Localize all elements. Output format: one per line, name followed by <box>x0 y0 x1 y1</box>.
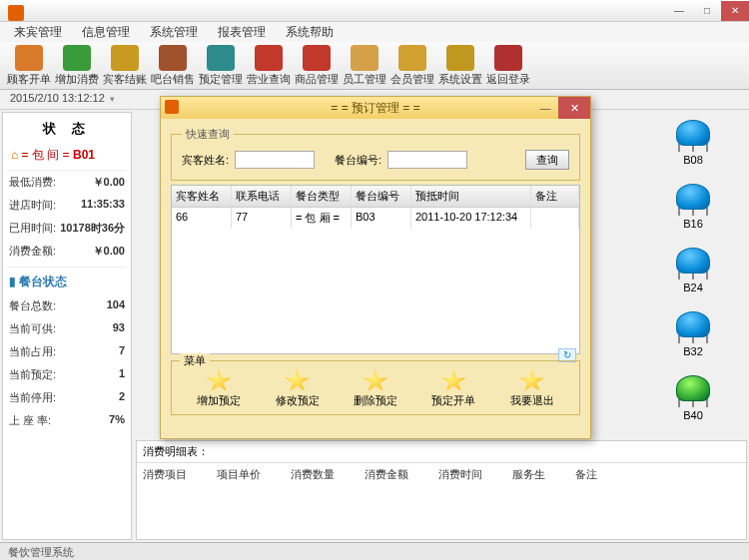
tool-顾客开单[interactable]: 顾客开单 <box>6 44 52 87</box>
table-B32[interactable]: B32 <box>643 311 743 357</box>
dialog-titlebar: = = 预订管理 = = — ✕ <box>161 97 590 119</box>
reservation-grid[interactable]: 宾客姓名联系电话餐台类型餐台编号预抵时间备注 6677= 包 厢 =B03201… <box>171 185 580 354</box>
tool-返回登录[interactable]: 返回登录 <box>485 44 531 87</box>
table-B08[interactable]: B08 <box>643 120 743 166</box>
table-no-label: 餐台编号: <box>335 153 381 168</box>
menu-系统管理[interactable]: 系统管理 <box>144 22 204 43</box>
star-icon <box>519 369 545 393</box>
window-titlebar: — □ ✕ <box>0 0 749 22</box>
guest-name-label: 宾客姓名: <box>182 153 229 168</box>
maximize-button[interactable]: □ <box>693 1 721 21</box>
action-修改预定[interactable]: 修改预定 <box>276 369 320 408</box>
reservation-dialog: = = 预订管理 = = — ✕ 快速查询 宾客姓名: 餐台编号: 查询 宾客姓… <box>160 96 591 439</box>
dialog-close-button[interactable]: ✕ <box>558 97 590 119</box>
tool-系统设置[interactable]: 系统设置 <box>437 44 483 87</box>
table-B24[interactable]: B24 <box>643 248 743 293</box>
detail-columns: 消费项目项目单价消费数量消费金额消费时间服务生备注 <box>137 463 746 486</box>
menu-信息管理[interactable]: 信息管理 <box>76 22 136 43</box>
menu-来宾管理[interactable]: 来宾管理 <box>8 22 68 43</box>
menu-报表管理[interactable]: 报表管理 <box>212 22 272 43</box>
tool-员工管理[interactable]: 员工管理 <box>342 44 387 87</box>
star-icon <box>440 369 466 393</box>
table-no-input[interactable] <box>387 151 467 169</box>
sidebar-title: 状 态 <box>7 117 127 141</box>
menu-系统帮助[interactable]: 系统帮助 <box>280 22 340 43</box>
datetime-text: 2015/2/10 13:12:12 <box>10 92 105 104</box>
guest-name-input[interactable] <box>235 151 315 169</box>
table-row[interactable]: 6677= 包 厢 =B032011-10-20 17:12:34 <box>172 208 579 229</box>
tool-增加消费[interactable]: 增加消费 <box>54 44 100 87</box>
tool-商品管理[interactable]: 商品管理 <box>294 44 340 87</box>
dialog-icon <box>165 100 179 114</box>
tool-宾客结账[interactable]: 宾客结账 <box>102 44 148 87</box>
detail-title: 消费明细表： <box>137 441 746 463</box>
detail-panel: 消费明细表： 消费项目项目单价消费数量消费金额消费时间服务生备注 <box>136 440 747 540</box>
app-icon <box>8 5 24 21</box>
dialog-menu-box: 菜单 增加预定修改预定删除预定预定开单我要退出 <box>171 360 580 415</box>
room-indicator: ⌂ = 包 间 = B01 <box>7 145 127 171</box>
minimize-button[interactable]: — <box>665 1 693 21</box>
action-我要退出[interactable]: 我要退出 <box>510 369 554 408</box>
star-icon <box>285 369 311 393</box>
search-legend: 快速查询 <box>182 127 234 142</box>
toolbar: 顾客开单增加消费宾客结账吧台销售预定管理营业查询商品管理员工管理会员管理系统设置… <box>0 42 749 90</box>
table-status-header: ▮ 餐台状态 <box>7 267 127 294</box>
tool-吧台销售[interactable]: 吧台销售 <box>150 44 196 87</box>
dialog-minimize-button[interactable]: — <box>532 97 558 119</box>
quick-search-group: 快速查询 宾客姓名: 餐台编号: 查询 <box>171 127 580 181</box>
tool-营业查询[interactable]: 营业查询 <box>246 44 292 87</box>
menubar: 来宾管理信息管理系统管理报表管理系统帮助 <box>0 22 749 42</box>
star-icon <box>206 369 232 393</box>
statusbar: 餐饮管理系统 <box>0 542 749 560</box>
menu-label: 菜单 <box>180 353 210 368</box>
query-button[interactable]: 查询 <box>525 150 569 170</box>
dialog-title: = = 预订管理 = = <box>331 100 419 117</box>
home-icon: ⌂ <box>11 148 18 162</box>
action-删除预定[interactable]: 删除预定 <box>354 369 397 408</box>
status-sidebar: 状 态 ⌂ = 包 间 = B01 最低消费:￥0.00进店时间:11:35:3… <box>2 112 132 540</box>
close-button[interactable]: ✕ <box>721 1 749 21</box>
tool-预定管理[interactable]: 预定管理 <box>198 44 244 87</box>
tool-会员管理[interactable]: 会员管理 <box>389 44 435 87</box>
action-预定开单[interactable]: 预定开单 <box>431 369 475 408</box>
table-B16[interactable]: B16 <box>643 184 743 230</box>
tables-column: B08B16B24B32B40 <box>643 112 743 421</box>
star-icon <box>363 369 388 393</box>
action-增加预定[interactable]: 增加预定 <box>197 369 241 408</box>
table-B40[interactable]: B40 <box>643 375 743 421</box>
